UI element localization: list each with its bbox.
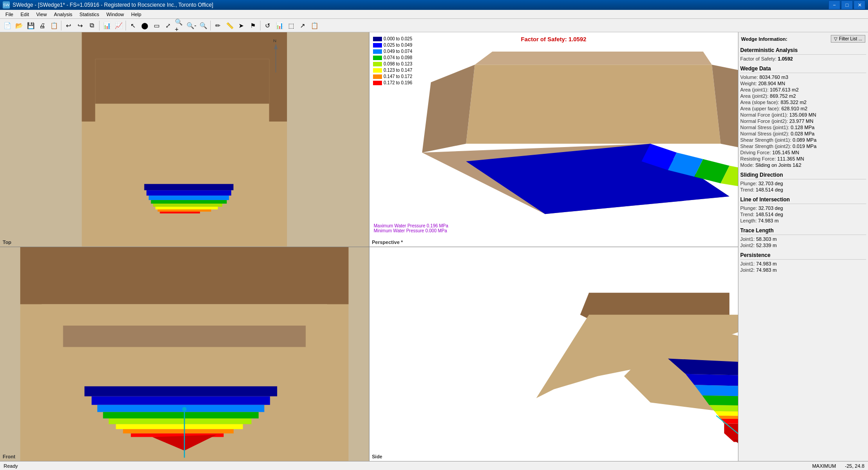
section-persistence: Persistence <box>740 252 866 260</box>
menu-statistics[interactable]: Statistics <box>76 10 103 18</box>
zoom-all-button[interactable]: ⤢ <box>163 20 174 31</box>
viewport-area: N Top Factor of Safety: 1.0592 0.000 to … <box>0 32 738 461</box>
svg-marker-59 <box>724 423 738 442</box>
svg-rect-12 <box>160 212 200 213</box>
svg-rect-36 <box>84 386 277 396</box>
separator-3 <box>126 21 126 30</box>
open-button[interactable]: 📂 <box>13 20 24 31</box>
shear-j1-row: Shear Strength (joint1): 0.089 MPa <box>740 137 866 143</box>
top-viewport[interactable]: N Top <box>0 32 369 247</box>
flag-button[interactable]: ⚑ <box>247 20 258 31</box>
persist-j1-row: Joint1: 74.983 m <box>740 261 866 267</box>
menu-bar: File Edit View Analysis Statistics Windo… <box>0 10 868 19</box>
separator-1 <box>61 21 61 30</box>
select-button[interactable]: ↖ <box>128 20 139 31</box>
top-view-svg: N <box>0 32 369 247</box>
area-joint1-row: Area (joint1): 1057.613 m2 <box>740 87 866 93</box>
save-button[interactable]: 💾 <box>25 20 36 31</box>
menu-window[interactable]: Window <box>103 10 127 18</box>
water-pressure-info: Maximum Water Pressure 0.196 MPa Minimum… <box>374 223 448 233</box>
shear-j2-row: Shear Strength (joint2): 0.019 MPa <box>740 143 866 149</box>
front-viewport[interactable]: Front <box>0 247 369 461</box>
menu-file[interactable]: File <box>2 10 17 18</box>
redo-button[interactable]: ↪ <box>75 20 86 31</box>
loi-plunge-row: Plunge: 32.703 deg <box>740 205 866 211</box>
zoom-out-button[interactable]: 🔍- <box>186 20 197 31</box>
arrow-button[interactable]: ➤ <box>236 20 247 31</box>
svg-point-46 <box>182 407 187 411</box>
sliding-plunge-row: Plunge: 32.703 deg <box>740 180 866 187</box>
section-deterministic-analysis: Deterministic Analysis <box>740 47 866 55</box>
minimize-button[interactable]: − <box>829 0 840 9</box>
side-viewport[interactable]: Side <box>369 247 738 461</box>
normal-force-j1-row: Normal Force (joint1): 135.069 MN <box>740 112 866 118</box>
sliding-trend-row: Trend: 148.514 deg <box>740 187 866 193</box>
svg-marker-16 <box>466 65 720 144</box>
zoom-window-button[interactable]: 🔍 <box>198 20 208 31</box>
pick-button[interactable]: ✏ <box>213 20 223 31</box>
svg-rect-7 <box>149 196 229 200</box>
menu-analysis[interactable]: Analysis <box>50 10 76 18</box>
trace-j1-row: Joint1: 58.303 m <box>740 236 866 242</box>
close-button[interactable]: ✕ <box>854 0 865 9</box>
svg-rect-10 <box>156 207 218 209</box>
duplicate-button[interactable]: ⧉ <box>87 20 97 31</box>
rect-button[interactable]: ▭ <box>151 20 162 31</box>
section-line-intersection: Line of Intersection <box>740 196 866 204</box>
app-icon: SW <box>3 1 10 9</box>
info-header-title: Wedge Information: <box>741 36 787 42</box>
menu-edit[interactable]: Edit <box>17 10 33 18</box>
front-view-svg <box>0 247 369 461</box>
filter-icon: ▽ <box>834 36 838 41</box>
separator-2 <box>99 21 100 30</box>
resisting-force-row: Resisting Force: 111.365 MN <box>740 156 866 162</box>
svg-marker-3 <box>95 59 269 104</box>
separator-5 <box>260 21 260 30</box>
print-button[interactable]: 🖨 <box>37 20 48 31</box>
svg-rect-42 <box>123 429 234 433</box>
svg-rect-6 <box>147 190 231 196</box>
measure-button[interactable]: 📏 <box>224 20 235 31</box>
separator-4 <box>210 21 211 30</box>
svg-text:N: N <box>273 38 276 43</box>
svg-rect-39 <box>103 412 259 418</box>
area-slope-row: Area (slope face): 835.322 m2 <box>740 99 866 105</box>
histogram-button[interactable]: 📊 <box>274 20 285 31</box>
top-viewport-label: Top <box>3 239 11 245</box>
menu-view[interactable]: View <box>33 10 51 18</box>
svg-marker-60 <box>733 440 738 455</box>
export-button[interactable]: ↗ <box>297 20 308 31</box>
svg-rect-9 <box>153 204 222 207</box>
new-button[interactable]: 📄 <box>2 20 13 31</box>
svg-marker-20 <box>475 52 712 65</box>
svg-marker-57 <box>718 415 738 419</box>
menu-help[interactable]: Help <box>127 10 145 18</box>
zoom-in-button[interactable]: 🔍+ <box>174 20 185 31</box>
restore-button[interactable]: □ <box>841 0 853 9</box>
excel-button[interactable]: 📋 <box>309 20 320 31</box>
rotation-button[interactable]: ↺ <box>262 20 273 31</box>
input-data-button[interactable]: 📊 <box>101 20 112 31</box>
scatter-button[interactable]: ⬚ <box>286 20 296 31</box>
undo-button[interactable]: ↩ <box>63 20 74 31</box>
right-panel: Wedge Information: ▽ Filter List ... Det… <box>738 32 868 461</box>
section-wedge-data: Wedge Data <box>740 65 866 73</box>
front-viewport-label: Front <box>3 454 15 459</box>
side-view-svg <box>369 247 738 461</box>
circle-button[interactable]: ⬤ <box>139 20 150 31</box>
weight-row: Weight: 208.904 MN <box>740 80 866 87</box>
window-controls[interactable]: − □ ✕ <box>829 0 865 9</box>
copy-button[interactable]: 📋 <box>48 20 59 31</box>
results-button[interactable]: 📈 <box>113 20 124 31</box>
normal-stress-j2-row: Normal Stress (joint2): 0.028 MPa <box>740 131 866 137</box>
perspective-viewport[interactable]: Factor of Safety: 1.0592 0.000 to 0.025 … <box>369 32 738 247</box>
fs-row: Factor of Safety: 1.0592 <box>740 56 866 62</box>
trace-j2-row: Joint2: 52.339 m <box>740 242 866 248</box>
window-title: SWedge - [SWedge1* - FS=1.05916 - Regist… <box>13 2 213 8</box>
filter-list-button[interactable]: ▽ Filter List ... <box>831 35 865 43</box>
svg-rect-32 <box>20 247 348 304</box>
svg-rect-8 <box>151 200 227 204</box>
svg-marker-35 <box>63 326 306 347</box>
status-bar: Ready MAXIMUM -25, 24.8 <box>0 461 868 470</box>
svg-rect-41 <box>116 424 243 429</box>
